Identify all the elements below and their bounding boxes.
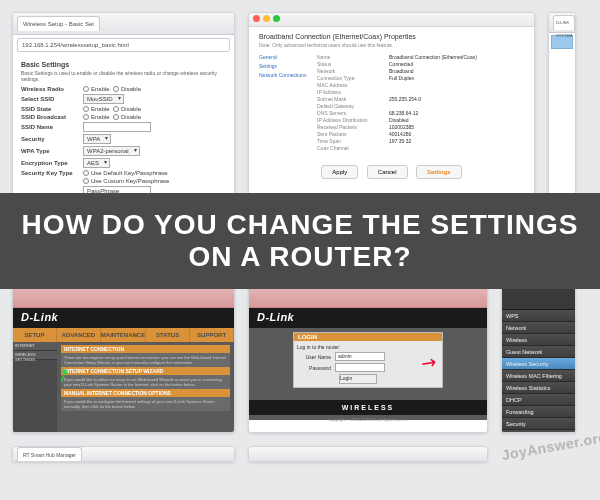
username-select: admin (335, 352, 385, 361)
thumb-bottom-left[interactable]: RT Smart Hub Manager (12, 446, 235, 462)
thumb-wireless-settings[interactable]: Wireless Setup - Basic Set 192.168.1.254… (12, 12, 235, 196)
footer-brand: WIRELESS (249, 400, 487, 415)
browser-chrome: Wireless Setup - Basic Set (13, 13, 234, 35)
thumb-broadband-properties[interactable]: Broadband Connection (Ethernet/Coax) Pro… (248, 12, 535, 196)
panel-title: Broadband Connection (Ethernet/Coax) Pro… (259, 33, 524, 40)
menu-header (502, 286, 575, 310)
thumb-dlink-login[interactable]: D-Link LOGIN Log in to the router: User … (248, 285, 488, 433)
menu-item: Network (502, 322, 575, 334)
cancel-button: Cancel (367, 165, 408, 179)
menu-item: Forwarding (502, 406, 575, 418)
menu-item: WPS (502, 310, 575, 322)
page-desc: Basic Settings is used to enable or disa… (21, 70, 226, 82)
menu-item: Wireless MAC Filtering (502, 370, 575, 382)
thumb-sliver-right[interactable]: D-LINK SYSTEM (548, 12, 576, 196)
menu-item: Guest Network (502, 346, 575, 358)
vertical-menu: WPSNetworkWirelessGuest NetworkWireless … (502, 310, 575, 433)
menu-item: Parental Control (502, 430, 575, 433)
thumb-bottom-mid[interactable] (248, 446, 488, 462)
dlink-logo: D-Link (13, 308, 234, 328)
ssid-input (83, 122, 151, 132)
settings-button: Settings (416, 165, 462, 179)
menu-item: Wireless Statistics (502, 382, 575, 394)
side-nav: INTERNET WIRELESS SETTINGS (13, 342, 57, 433)
minimize-icon (263, 15, 270, 22)
side-nav: General Settings Network Connections (259, 53, 317, 152)
top-nav: SETUPADVANCEDMAINTENANCESTATUSSUPPORT (13, 328, 234, 342)
zoom-icon (273, 15, 280, 22)
browser-tab: Wireless Setup - Basic Set (17, 16, 100, 31)
radio-icon (83, 86, 89, 92)
apply-button: Apply (321, 165, 358, 179)
menu-item: Security (502, 418, 575, 430)
close-icon (253, 15, 260, 22)
page-title: Basic Settings (21, 61, 226, 68)
menu-item: Wireless Security (502, 358, 575, 370)
property-list: NameBroadband Connection (Ethernet/Coax)… (317, 53, 524, 152)
menu-item: DHCP (502, 394, 575, 406)
password-input (335, 363, 385, 372)
login-button: Login (339, 374, 377, 384)
thumb-dlink-setup[interactable]: D-Link SETUPADVANCEDMAINTENANCESTATUSSUP… (12, 285, 235, 433)
dlink-logo: D-Link (249, 308, 487, 328)
mac-titlebar (249, 13, 534, 27)
ssid-select: MouSSID (83, 94, 124, 104)
url-bar: 192.168.1.254/wirelesssetup_basic.html (17, 38, 230, 52)
menu-item: Wireless (502, 334, 575, 346)
headline-text: How do you change the settings on a rout… (0, 209, 600, 273)
headline-banner: How do you change the settings on a rout… (0, 193, 600, 289)
thumb-dark-menu[interactable]: WPSNetworkWirelessGuest NetworkWireless … (501, 285, 576, 433)
